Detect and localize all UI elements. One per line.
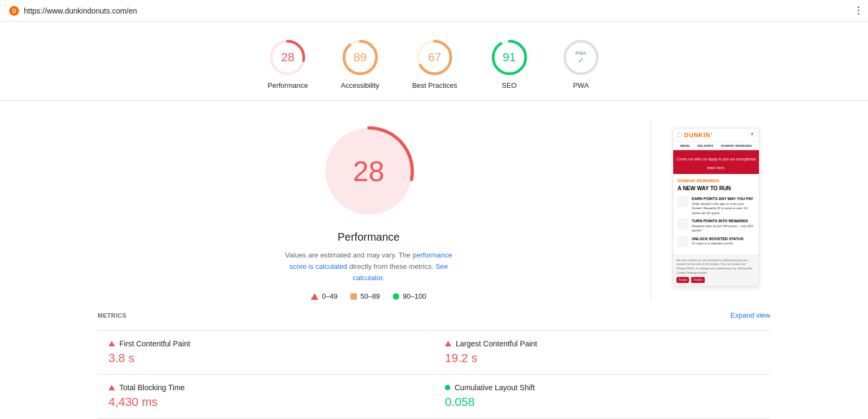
metric-lcp: Largest Contentful Paint 19.2 s: [434, 330, 770, 374]
preview-feature-3: UNLOCK BOOSTED STATUS 12 visits in a cal…: [678, 236, 755, 247]
preview-nav: MENU DELIVERY DUNKIN' REWARDS: [673, 142, 759, 150]
preview-banner-text: Come run with us! Apply to join our exce…: [676, 157, 756, 170]
metric-tbt-name: Total Blocking Time: [119, 383, 185, 392]
metric-tbt-header: Total Blocking Time: [108, 383, 423, 392]
score-label-performance: Performance: [267, 81, 308, 89]
score-circle-performance: 28: [268, 38, 307, 77]
main-performance-panel: 28 Performance Values are estimated and …: [98, 123, 640, 300]
top-bar-left: D https://www.dunkindonuts.com/en: [9, 5, 137, 16]
legend-red: 0–49: [311, 292, 337, 300]
top-bar: D https://www.dunkindonuts.com/en: [0, 0, 868, 22]
pwa-label: PWA: [575, 50, 586, 56]
score-circle-seo: 91: [490, 38, 529, 77]
preview-nav-rewards: DUNKIN' REWARDS: [721, 144, 752, 147]
large-score-value: 28: [353, 155, 385, 188]
score-label-accessibility: Accessibility: [341, 81, 379, 89]
legend-green-label: 90–100: [403, 292, 426, 300]
preview-panel: DUNKIN' 📍 MENU DELIVERY DUNKIN' REWARDS …: [662, 123, 770, 300]
square-orange-icon: [350, 293, 357, 300]
score-value-accessibility: 89: [353, 50, 366, 65]
preview-footer: We use cookies on our website by clickin…: [673, 255, 759, 287]
legend-red-label: 0–49: [322, 292, 337, 300]
preview-headline: A NEW WAY TO RUN: [678, 185, 755, 192]
metric-lcp-value: 19.2 s: [445, 351, 760, 365]
metric-fcp-value: 3.8 s: [108, 351, 423, 365]
score-value-seo: 91: [503, 50, 516, 65]
score-value-performance: 28: [281, 50, 294, 65]
preview-feature-icon-3: [678, 236, 688, 247]
performance-title: Performance: [337, 231, 400, 243]
preview-menu-icon: [678, 133, 682, 137]
metric-lcp-header: Largest Contentful Paint: [445, 339, 760, 348]
preview-feature-1: EARN POINTS ANY WAY YOU PAY Order ahead …: [678, 196, 755, 215]
metrics-grid: First Contentful Paint 3.8 s Largest Con…: [98, 330, 770, 419]
svg-text:D: D: [12, 8, 16, 14]
score-performance[interactable]: 28 Performance: [267, 38, 308, 89]
metric-cls-name: Cumulative Layout Shift: [455, 383, 535, 392]
score-circle-best-practices: 67: [415, 38, 454, 77]
legend-green: 90–100: [393, 292, 426, 300]
preview-header: DUNKIN' 📍: [673, 128, 759, 142]
legend-orange-label: 50–89: [360, 292, 380, 300]
score-value-best-practices: 67: [428, 50, 441, 65]
preview-feature-text-2: TURN POINTS INTO REWARDS Rewards start a…: [692, 218, 755, 233]
score-label-seo: SEO: [502, 81, 516, 89]
preview-logo: DUNKIN': [684, 132, 712, 138]
legend-orange: 50–89: [350, 292, 380, 300]
score-circle-accessibility: 89: [341, 38, 380, 77]
metric-cls-value: 0.058: [445, 395, 760, 409]
metric-fcp-name: First Contentful Paint: [119, 339, 190, 348]
triangle-red-icon: [311, 293, 318, 300]
metric-lcp-name: Largest Contentful Paint: [456, 339, 537, 348]
metrics-section: METRICS Expand view First Contentful Pai…: [54, 311, 814, 419]
preview-footer-text: We use cookies on our website by clickin…: [676, 259, 752, 274]
preview-rewards-label: DUNKIN' REWARDS.: [678, 178, 755, 183]
preview-body: DUNKIN' REWARDS. A NEW WAY TO RUN EARN P…: [673, 174, 759, 255]
metric-cls: Cumulative Layout Shift 0.058: [434, 374, 770, 418]
score-circle-pwa: PWA ✓: [561, 38, 601, 77]
metric-tbt: Total Blocking Time 4,430 ms: [98, 374, 434, 418]
metrics-title: METRICS: [98, 312, 126, 319]
preview-footer-buttons: Accept Decline: [676, 277, 756, 283]
preview-feature-2: TURN POINTS INTO REWARDS Rewards start a…: [678, 218, 755, 233]
preview-nav-menu: MENU: [680, 144, 690, 147]
metric-cls-header: Cumulative Layout Shift: [445, 383, 760, 392]
dot-green-icon: [393, 293, 399, 300]
score-label-pwa: PWA: [573, 81, 589, 89]
url-bar: https://www.dunkindonuts.com/en: [24, 7, 137, 15]
preview-nav-delivery: DELIVERY: [697, 144, 713, 147]
metric-fcp: First Contentful Paint 3.8 s: [98, 330, 434, 374]
preview-location-icon: 📍: [750, 133, 755, 137]
preview-feature-text-3: UNLOCK BOOSTED STATUS 12 visits in a cal…: [692, 236, 743, 246]
metric-fcp-header: First Contentful Paint: [108, 339, 423, 348]
triangle-red-tbt-icon: [108, 385, 115, 390]
triangle-red-fcp-icon: [108, 341, 115, 346]
score-pwa[interactable]: PWA ✓ PWA: [561, 38, 601, 89]
desc-text: Values are estimated and may vary. The: [285, 251, 411, 259]
desc-mid: directly from these metrics.: [349, 262, 433, 270]
triangle-red-lcp-icon: [445, 341, 451, 346]
performance-description: Values are estimated and may vary. The p…: [277, 250, 461, 283]
score-accessibility[interactable]: 89 Accessibility: [341, 38, 380, 89]
preview-accept-btn: Accept: [676, 277, 689, 283]
expand-view-button[interactable]: Expand view: [730, 311, 770, 319]
preview-decline-btn: Decline: [691, 277, 705, 283]
favicon-icon: D: [9, 5, 20, 16]
large-score-circle: 28: [320, 123, 418, 220]
score-legend: 0–49 50–89 90–100: [311, 292, 426, 300]
preview-feature-text-1: EARN POINTS ANY WAY YOU PAY Order ahead …: [692, 196, 755, 215]
preview-feature-icon-2: [678, 218, 688, 229]
pwa-check-icon: ✓: [575, 56, 586, 65]
score-label-best-practices: Best Practices: [412, 81, 457, 89]
metrics-header: METRICS Expand view: [98, 311, 770, 319]
menu-icon[interactable]: [858, 7, 859, 15]
scores-section: 28 Performance 89 Accessibility 67 Best …: [0, 22, 868, 101]
website-preview: DUNKIN' 📍 MENU DELIVERY DUNKIN' REWARDS …: [673, 128, 760, 287]
dot-green-cls-icon: [445, 385, 450, 390]
preview-banner: Come run with us! Apply to join our exce…: [673, 150, 759, 174]
main-divider: [650, 123, 651, 300]
preview-feature-icon-1: [678, 196, 688, 207]
score-seo[interactable]: 91 SEO: [490, 38, 529, 89]
metric-tbt-value: 4,430 ms: [108, 395, 423, 409]
score-best-practices[interactable]: 67 Best Practices: [412, 38, 457, 89]
